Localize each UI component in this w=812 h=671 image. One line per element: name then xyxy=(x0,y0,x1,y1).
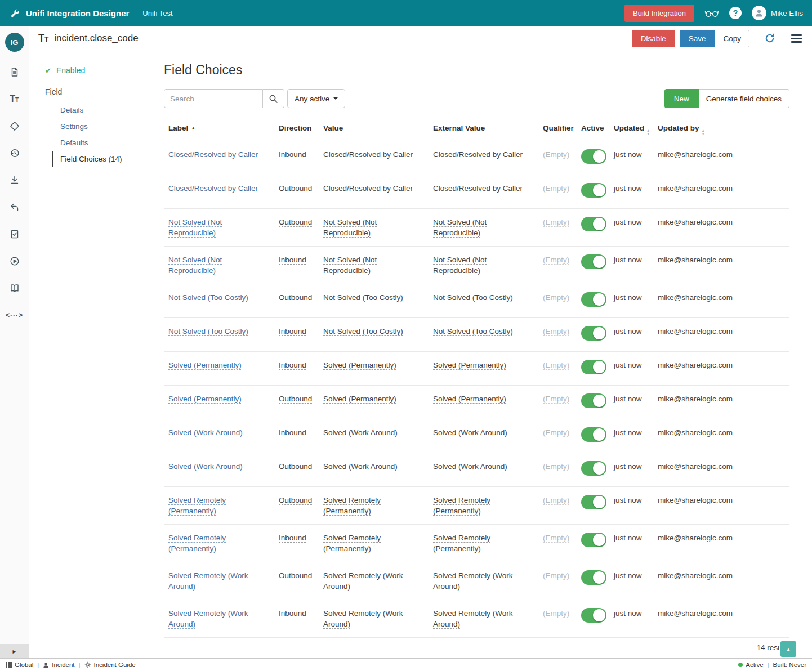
column-header-label[interactable]: Label▲ xyxy=(164,118,274,141)
column-header-updated[interactable]: Updated▲▼ xyxy=(609,118,653,141)
environment-name[interactable]: Unifi Test xyxy=(142,9,172,17)
active-toggle[interactable] xyxy=(581,393,606,408)
book-icon[interactable] xyxy=(10,283,20,294)
row-qualifier[interactable]: (Empty) xyxy=(543,496,569,504)
row-value[interactable]: Solved Remotely (Work Around) xyxy=(323,609,403,628)
row-label-link[interactable]: Not Solved (Too Costly) xyxy=(168,293,248,302)
row-qualifier[interactable]: (Empty) xyxy=(543,218,569,226)
row-qualifier[interactable]: (Empty) xyxy=(543,184,569,193)
row-direction[interactable]: Inbound xyxy=(279,534,306,542)
row-qualifier[interactable]: (Empty) xyxy=(543,150,569,159)
row-value[interactable]: Not Solved (Not Reproducible) xyxy=(323,256,377,275)
save-button[interactable]: Save xyxy=(680,30,715,47)
active-toggle[interactable] xyxy=(581,183,606,198)
disable-button[interactable]: Disable xyxy=(632,30,675,47)
row-qualifier[interactable]: (Empty) xyxy=(543,428,569,437)
row-value[interactable]: Not Solved (Not Reproducible) xyxy=(323,218,377,237)
download-icon[interactable] xyxy=(10,175,20,186)
row-external-value[interactable]: Solved (Permanently) xyxy=(433,361,506,369)
row-external-value[interactable]: Closed/Resolved by Caller xyxy=(433,184,523,193)
active-toggle[interactable] xyxy=(581,570,606,585)
integration-avatar[interactable]: IG xyxy=(5,33,24,52)
row-external-value[interactable]: Solved (Work Around) xyxy=(433,462,507,471)
code-icon[interactable]: <···> xyxy=(6,310,23,321)
active-toggle[interactable] xyxy=(581,608,606,623)
play-icon[interactable] xyxy=(10,256,20,267)
row-value[interactable]: Solved Remotely (Work Around) xyxy=(323,571,403,591)
generate-field-choices-button[interactable]: Generate field choices xyxy=(699,89,789,108)
row-direction[interactable]: Outbound xyxy=(279,184,312,193)
row-qualifier[interactable]: (Empty) xyxy=(543,293,569,302)
statusbar-item-incident[interactable]: Incident xyxy=(43,661,74,668)
new-button[interactable]: New xyxy=(664,89,699,108)
column-header-value[interactable]: Value xyxy=(319,118,429,141)
row-direction[interactable]: Outbound xyxy=(279,395,312,403)
row-label-link[interactable]: Closed/Resolved by Caller xyxy=(168,184,258,193)
text-field-icon[interactable]: TT xyxy=(10,93,19,105)
active-toggle[interactable] xyxy=(581,217,606,231)
column-header-active[interactable]: Active xyxy=(577,118,609,141)
row-external-value[interactable]: Not Solved (Too Costly) xyxy=(433,327,513,335)
row-external-value[interactable]: Not Solved (Not Reproducible) xyxy=(433,256,487,275)
sidebar-item-defaults[interactable]: Defaults xyxy=(52,135,146,151)
row-label-link[interactable]: Solved (Work Around) xyxy=(168,428,243,437)
row-label-link[interactable]: Not Solved (Too Costly) xyxy=(168,327,248,335)
row-qualifier[interactable]: (Empty) xyxy=(543,571,569,580)
row-external-value[interactable]: Solved Remotely (Permanently) xyxy=(433,496,490,515)
row-qualifier[interactable]: (Empty) xyxy=(543,256,569,264)
row-direction[interactable]: Inbound xyxy=(279,150,306,159)
row-direction[interactable]: Inbound xyxy=(279,428,306,437)
active-toggle[interactable] xyxy=(581,360,606,374)
sidebar-item-settings[interactable]: Settings xyxy=(52,118,146,135)
row-value[interactable]: Solved (Work Around) xyxy=(323,428,398,437)
history-icon[interactable] xyxy=(10,147,20,159)
scroll-to-top-button[interactable]: ▲ xyxy=(780,641,796,657)
copy-button[interactable]: Copy xyxy=(715,30,749,47)
row-external-value[interactable]: Not Solved (Not Reproducible) xyxy=(433,218,487,237)
row-external-value[interactable]: Solved (Work Around) xyxy=(433,428,507,437)
row-direction[interactable]: Outbound xyxy=(279,496,312,504)
column-header-qualifier[interactable]: Qualifier xyxy=(538,118,577,141)
column-header-external-value[interactable]: External Value xyxy=(429,118,538,141)
row-external-value[interactable]: Solved (Permanently) xyxy=(433,395,506,403)
row-direction[interactable]: Outbound xyxy=(279,218,312,226)
row-value[interactable]: Solved Remotely (Permanently) xyxy=(323,534,381,553)
row-label-link[interactable]: Solved Remotely (Work Around) xyxy=(168,609,248,628)
row-direction[interactable]: Outbound xyxy=(279,462,312,471)
column-header-updated-by[interactable]: Updated by▲▼ xyxy=(653,118,789,141)
row-qualifier[interactable]: (Empty) xyxy=(543,327,569,335)
user-menu[interactable]: Mike Ellis xyxy=(752,6,803,20)
expand-rail-button[interactable]: ▸ xyxy=(0,644,29,658)
refresh-icon[interactable] xyxy=(764,33,775,44)
row-direction[interactable]: Inbound xyxy=(279,609,306,618)
active-toggle[interactable] xyxy=(581,254,606,269)
undo-icon[interactable] xyxy=(10,202,20,213)
help-icon[interactable]: ? xyxy=(729,7,742,19)
active-toggle[interactable] xyxy=(581,427,606,442)
row-external-value[interactable]: Solved Remotely (Permanently) xyxy=(433,534,490,553)
row-label-link[interactable]: Solved (Permanently) xyxy=(168,395,242,403)
row-external-value[interactable]: Not Solved (Too Costly) xyxy=(433,293,513,302)
tasks-icon[interactable] xyxy=(10,229,20,240)
row-value[interactable]: Closed/Resolved by Caller xyxy=(323,184,413,193)
row-value[interactable]: Not Solved (Too Costly) xyxy=(323,327,403,335)
row-label-link[interactable]: Solved (Permanently) xyxy=(168,361,242,369)
row-direction[interactable]: Outbound xyxy=(279,293,312,302)
menu-icon[interactable] xyxy=(791,34,802,43)
preview-glasses-icon[interactable] xyxy=(704,8,719,18)
row-direction[interactable]: Outbound xyxy=(279,571,312,580)
row-value[interactable]: Solved (Permanently) xyxy=(323,361,396,369)
active-toggle[interactable] xyxy=(581,326,606,341)
active-toggle[interactable] xyxy=(581,292,606,307)
row-direction[interactable]: Inbound xyxy=(279,327,306,335)
statusbar-item-global[interactable]: Global xyxy=(6,661,33,668)
sidebar-item-details[interactable]: Details xyxy=(52,102,146,118)
row-label-link[interactable]: Closed/Resolved by Caller xyxy=(168,150,258,159)
row-label-link[interactable]: Not Solved (Not Reproducible) xyxy=(168,256,222,275)
active-toggle[interactable] xyxy=(581,495,606,509)
row-label-link[interactable]: Not Solved (Not Reproducible) xyxy=(168,218,222,237)
row-external-value[interactable]: Solved Remotely (Work Around) xyxy=(433,571,513,591)
row-value[interactable]: Solved Remotely (Permanently) xyxy=(323,496,381,515)
row-label-link[interactable]: Solved Remotely (Work Around) xyxy=(168,571,248,591)
row-direction[interactable]: Inbound xyxy=(279,256,306,264)
